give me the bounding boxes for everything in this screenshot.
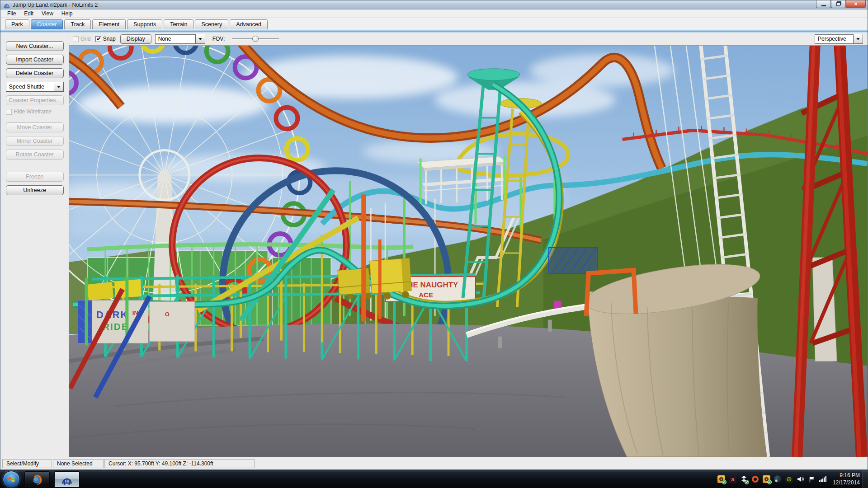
viewport-3d[interactable]: THE NAUGHTY ACE: [69, 46, 868, 457]
menu-file[interactable]: File: [3, 10, 20, 17]
dark-ride-o-text: O: [165, 311, 170, 318]
menu-bar: File Edit View Help: [0, 9, 868, 18]
status-bar: Select/Modify None Selected Cursor: X: 9…: [0, 457, 868, 469]
window-title: Jamp Up Land.nl2park - NoLimits 2: [13, 2, 98, 8]
camera-mode-value: Perspective: [815, 36, 853, 42]
camera-mode-select[interactable]: Perspective: [815, 34, 863, 44]
accent-strip: [0, 29, 868, 33]
menu-help[interactable]: Help: [57, 10, 77, 17]
banner-text-line2: ACE: [419, 291, 433, 299]
tab-supports[interactable]: Supports: [127, 19, 162, 29]
grid-label: Grid: [80, 36, 91, 42]
tab-advanced[interactable]: Advanced: [230, 19, 268, 29]
move-coaster-button: Move Coaster: [6, 122, 64, 132]
hide-wireframe-checkbox: [6, 109, 12, 115]
start-button[interactable]: [3, 471, 20, 488]
snap-label: Snap: [103, 36, 116, 42]
minimize-icon: [821, 5, 826, 6]
check-icon: [96, 36, 100, 40]
freeze-button: Freeze: [6, 172, 64, 182]
antivirus-check-icon-2[interactable]: [763, 475, 771, 483]
coaster-sidebar: New Coaster... Import Coaster Delete Coa…: [0, 33, 69, 457]
blue-fence: [549, 248, 598, 274]
clock-time: 9:16 PM: [833, 472, 860, 479]
origin-icon[interactable]: [751, 475, 760, 483]
tab-coaster[interactable]: Coaster: [31, 19, 63, 29]
restore-button[interactable]: [831, 0, 846, 8]
fov-slider-thumb[interactable]: [252, 36, 259, 42]
new-coaster-button[interactable]: New Coaster...: [6, 41, 64, 51]
delete-coaster-button[interactable]: Delete Coaster: [6, 68, 64, 78]
viewport-3d-scene: THE NAUGHTY ACE: [69, 46, 868, 457]
taskbar-clock[interactable]: 9:16 PM 12/17/2014: [833, 472, 860, 486]
ferris-wheel-hub: [159, 169, 170, 180]
chevron-down-icon[interactable]: [195, 34, 205, 43]
close-button[interactable]: ✕: [846, 0, 866, 8]
tab-track[interactable]: Track: [64, 19, 91, 29]
snap-checkbox[interactable]: [95, 36, 101, 42]
coaster-select[interactable]: Speed Shuttle: [6, 82, 64, 92]
status-cursor-coords: Cursor: X: 95.700ft Y: 49.100ft Z: -114.…: [104, 459, 255, 468]
firefox-icon: [31, 474, 43, 485]
chevron-down-icon[interactable]: [54, 82, 63, 91]
status-mode: Select/Modify: [2, 459, 52, 468]
steam-icon[interactable]: [774, 475, 782, 483]
menu-view[interactable]: View: [38, 10, 57, 17]
tab-park[interactable]: Park: [5, 19, 29, 29]
status-selection: None Selected: [53, 459, 104, 468]
windows-logo-icon: [7, 475, 15, 483]
tab-terrain[interactable]: Terrain: [164, 19, 193, 29]
volume-icon[interactable]: [797, 475, 805, 483]
nolimits-editor-window: Jamp Up Land.nl2park - NoLimits 2 ✕ File…: [0, 0, 868, 470]
action-center-flag-icon[interactable]: [808, 475, 816, 483]
chevron-down-icon[interactable]: [853, 34, 863, 43]
gaming-app-icon[interactable]: a: [729, 475, 737, 483]
grid-checkbox: [73, 36, 79, 42]
hide-wireframe-label: Hide Wireframe: [14, 108, 52, 115]
window-controls: ✕: [816, 0, 866, 8]
rotate-coaster-button: Rotate Coaster: [6, 150, 64, 160]
restore-icon: [836, 2, 840, 6]
nolimits-coaster-icon: [61, 474, 73, 485]
system-tray: a: [717, 475, 827, 483]
dropbox-icon[interactable]: [740, 475, 748, 483]
coaster-properties-button: Coaster Properties...: [6, 95, 64, 105]
display-filter-select[interactable]: None: [155, 34, 205, 44]
coaster-select-value: Speed Shuttle: [6, 84, 54, 90]
app-coaster-icon: [3, 1, 10, 9]
menu-edit[interactable]: Edit: [20, 10, 38, 17]
fov-slider[interactable]: [232, 35, 279, 42]
tab-scenery[interactable]: Scenery: [195, 19, 228, 29]
desktop-screen: Jamp Up Land.nl2park - NoLimits 2 ✕ File…: [0, 0, 868, 488]
taskbar-firefox-button[interactable]: [24, 471, 50, 488]
taskbar-nolimits-button[interactable]: [54, 471, 80, 488]
minimize-button[interactable]: [816, 0, 831, 8]
viewport-toolbar: Grid Snap Display None FOV: Pe: [69, 33, 868, 46]
clock-date: 12/17/2014: [833, 479, 860, 487]
nvidia-icon[interactable]: [785, 475, 793, 483]
fov-label: FOV:: [212, 36, 225, 42]
show-desktop-button[interactable]: [863, 470, 868, 488]
close-icon: ✕: [854, 1, 858, 7]
windows-taskbar: a 9:16 PM: [0, 470, 868, 488]
mode-tab-bar: Park Coaster Track Element Supports Terr…: [0, 18, 868, 29]
antivirus-check-icon[interactable]: [717, 475, 726, 483]
tab-element[interactable]: Element: [92, 19, 126, 29]
display-button[interactable]: Display: [120, 34, 151, 44]
unfreeze-button[interactable]: Unfreeze: [6, 185, 64, 195]
network-signal-icon[interactable]: [819, 475, 827, 483]
title-bar[interactable]: Jamp Up Land.nl2park - NoLimits 2 ✕: [0, 0, 868, 9]
display-filter-value: None: [156, 36, 195, 42]
mirror-coaster-button: Mirror Coaster: [6, 136, 64, 146]
import-coaster-button[interactable]: Import Coaster: [6, 55, 64, 65]
hide-wireframe-row: Hide Wireframe: [6, 108, 64, 115]
